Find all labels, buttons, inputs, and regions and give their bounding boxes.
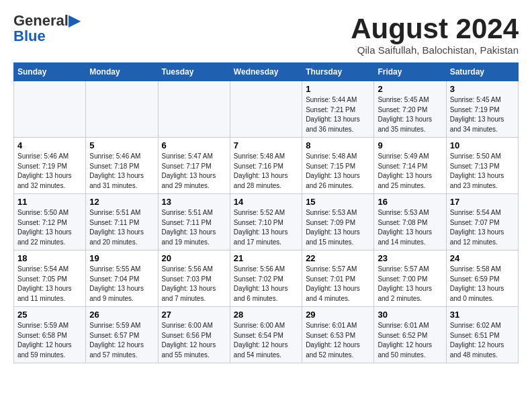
header-wednesday: Wednesday [230,63,302,81]
calendar-cell: 6Sunrise: 5:47 AM Sunset: 7:17 PM Daylig… [158,138,230,194]
calendar-cell [158,81,230,138]
day-info: Sunrise: 5:59 AM Sunset: 6:57 PM Dayligh… [89,321,154,360]
day-info: Sunrise: 5:48 AM Sunset: 7:15 PM Dayligh… [306,152,370,191]
calendar-cell: 30Sunrise: 6:01 AM Sunset: 6:52 PM Dayli… [374,307,446,363]
day-info: Sunrise: 5:59 AM Sunset: 6:58 PM Dayligh… [17,321,82,360]
calendar-cell: 28Sunrise: 6:00 AM Sunset: 6:54 PM Dayli… [230,307,302,363]
day-number: 21 [234,253,298,263]
day-info: Sunrise: 5:50 AM Sunset: 7:12 PM Dayligh… [17,208,82,247]
logo-line1: General▶ [13,13,80,28]
calendar-cell: 20Sunrise: 5:56 AM Sunset: 7:03 PM Dayli… [158,250,230,307]
day-number: 31 [450,310,515,320]
day-info: Sunrise: 6:00 AM Sunset: 6:56 PM Dayligh… [162,321,226,360]
calendar-cell: 22Sunrise: 5:57 AM Sunset: 7:01 PM Dayli… [302,250,374,307]
day-number: 2 [378,84,442,94]
calendar-cell: 18Sunrise: 5:54 AM Sunset: 7:05 PM Dayli… [14,250,86,307]
day-number: 22 [306,253,370,263]
calendar-cell [14,81,86,138]
calendar-cell: 24Sunrise: 5:58 AM Sunset: 6:59 PM Dayli… [446,250,518,307]
calendar-cell: 31Sunrise: 6:02 AM Sunset: 6:51 PM Dayli… [446,307,518,363]
calendar-cell: 11Sunrise: 5:50 AM Sunset: 7:12 PM Dayli… [14,194,86,250]
day-number: 19 [89,253,154,263]
calendar-cell: 1Sunrise: 5:44 AM Sunset: 7:21 PM Daylig… [302,81,374,138]
day-number: 10 [450,140,515,150]
day-number: 4 [17,140,82,150]
day-number: 28 [234,310,298,320]
calendar-week-5: 25Sunrise: 5:59 AM Sunset: 6:58 PM Dayli… [14,307,519,363]
day-info: Sunrise: 5:58 AM Sunset: 6:59 PM Dayligh… [450,265,515,304]
day-info: Sunrise: 5:45 AM Sunset: 7:19 PM Dayligh… [450,95,515,134]
day-number: 18 [17,253,82,263]
calendar-cell: 2Sunrise: 5:45 AM Sunset: 7:20 PM Daylig… [374,81,446,138]
day-info: Sunrise: 5:56 AM Sunset: 7:02 PM Dayligh… [234,265,298,304]
calendar-week-4: 18Sunrise: 5:54 AM Sunset: 7:05 PM Dayli… [14,250,519,307]
day-info: Sunrise: 5:51 AM Sunset: 7:11 PM Dayligh… [89,208,154,247]
day-info: Sunrise: 5:57 AM Sunset: 7:00 PM Dayligh… [378,265,442,304]
day-number: 26 [89,310,154,320]
calendar-cell: 23Sunrise: 5:57 AM Sunset: 7:00 PM Dayli… [374,250,446,307]
day-number: 30 [378,310,442,320]
calendar-week-1: 1Sunrise: 5:44 AM Sunset: 7:21 PM Daylig… [14,81,519,138]
calendar-cell: 3Sunrise: 5:45 AM Sunset: 7:19 PM Daylig… [446,81,518,138]
calendar-cell: 26Sunrise: 5:59 AM Sunset: 6:57 PM Dayli… [86,307,158,363]
calendar-cell: 19Sunrise: 5:55 AM Sunset: 7:04 PM Dayli… [86,250,158,307]
calendar-week-2: 4Sunrise: 5:46 AM Sunset: 7:19 PM Daylig… [14,138,519,194]
day-info: Sunrise: 5:50 AM Sunset: 7:13 PM Dayligh… [450,152,515,191]
day-number: 11 [17,197,82,207]
calendar-cell: 5Sunrise: 5:46 AM Sunset: 7:18 PM Daylig… [86,138,158,194]
header-monday: Monday [86,63,158,81]
day-number: 25 [17,310,82,320]
calendar-cell: 14Sunrise: 5:52 AM Sunset: 7:10 PM Dayli… [230,194,302,250]
header-thursday: Thursday [302,63,374,81]
calendar-cell [86,81,158,138]
day-info: Sunrise: 5:55 AM Sunset: 7:04 PM Dayligh… [89,265,154,304]
day-info: Sunrise: 5:51 AM Sunset: 7:11 PM Dayligh… [162,208,226,247]
calendar-cell: 7Sunrise: 5:48 AM Sunset: 7:16 PM Daylig… [230,138,302,194]
calendar-cell: 8Sunrise: 5:48 AM Sunset: 7:15 PM Daylig… [302,138,374,194]
day-number: 16 [378,197,442,207]
day-number: 24 [450,253,515,263]
title-area: August 2024 Qila Saifullah, Balochistan,… [351,13,519,56]
day-info: Sunrise: 5:56 AM Sunset: 7:03 PM Dayligh… [162,265,226,304]
header-saturday: Saturday [446,63,518,81]
calendar-cell: 10Sunrise: 5:50 AM Sunset: 7:13 PM Dayli… [446,138,518,194]
day-number: 5 [89,140,154,150]
calendar-cell: 4Sunrise: 5:46 AM Sunset: 7:19 PM Daylig… [14,138,86,194]
calendar-cell: 12Sunrise: 5:51 AM Sunset: 7:11 PM Dayli… [86,194,158,250]
calendar-cell: 16Sunrise: 5:53 AM Sunset: 7:08 PM Dayli… [374,194,446,250]
day-number: 1 [306,84,370,94]
calendar-cell: 9Sunrise: 5:49 AM Sunset: 7:14 PM Daylig… [374,138,446,194]
day-number: 7 [234,140,298,150]
calendar-cell [230,81,302,138]
calendar-cell: 17Sunrise: 5:54 AM Sunset: 7:07 PM Dayli… [446,194,518,250]
header-row: Sunday Monday Tuesday Wednesday Thursday… [14,63,519,81]
day-info: Sunrise: 5:47 AM Sunset: 7:17 PM Dayligh… [162,152,226,191]
day-number: 3 [450,84,515,94]
calendar-table: Sunday Monday Tuesday Wednesday Thursday… [13,62,519,363]
day-info: Sunrise: 5:54 AM Sunset: 7:07 PM Dayligh… [450,208,515,247]
page-header: General▶ Blue August 2024 Qila Saifullah… [13,13,519,56]
day-info: Sunrise: 5:52 AM Sunset: 7:10 PM Dayligh… [234,208,298,247]
day-info: Sunrise: 5:53 AM Sunset: 7:08 PM Dayligh… [378,208,442,247]
day-info: Sunrise: 5:48 AM Sunset: 7:16 PM Dayligh… [234,152,298,191]
header-tuesday: Tuesday [158,63,230,81]
day-info: Sunrise: 5:46 AM Sunset: 7:18 PM Dayligh… [89,152,154,191]
day-number: 27 [162,310,226,320]
calendar-week-3: 11Sunrise: 5:50 AM Sunset: 7:12 PM Dayli… [14,194,519,250]
day-number: 14 [234,197,298,207]
month-title: August 2024 [351,13,519,44]
day-number: 8 [306,140,370,150]
day-info: Sunrise: 5:54 AM Sunset: 7:05 PM Dayligh… [17,265,82,304]
calendar-cell: 25Sunrise: 5:59 AM Sunset: 6:58 PM Dayli… [14,307,86,363]
header-sunday: Sunday [14,63,86,81]
header-friday: Friday [374,63,446,81]
day-info: Sunrise: 6:00 AM Sunset: 6:54 PM Dayligh… [234,321,298,360]
day-number: 6 [162,140,226,150]
day-number: 23 [378,253,442,263]
calendar-cell: 13Sunrise: 5:51 AM Sunset: 7:11 PM Dayli… [158,194,230,250]
day-info: Sunrise: 6:01 AM Sunset: 6:53 PM Dayligh… [306,321,370,360]
day-number: 17 [450,197,515,207]
calendar-cell: 29Sunrise: 6:01 AM Sunset: 6:53 PM Dayli… [302,307,374,363]
day-info: Sunrise: 5:53 AM Sunset: 7:09 PM Dayligh… [306,208,370,247]
day-number: 29 [306,310,370,320]
